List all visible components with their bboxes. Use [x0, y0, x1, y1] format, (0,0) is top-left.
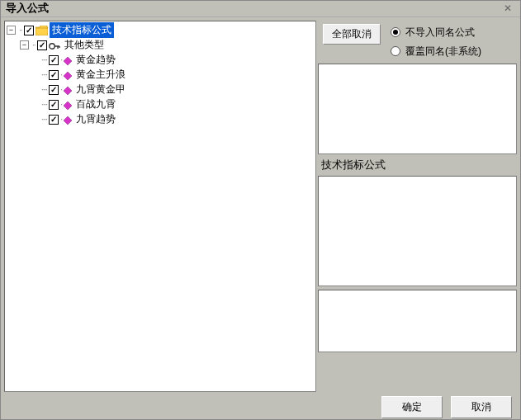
tree-connector: ····: [41, 70, 47, 79]
tree-connector: ·: [60, 70, 62, 79]
tree-panel: − ·· 技术指标公式 − ··: [4, 21, 316, 392]
dialog-footer: 确定 取消: [1, 395, 520, 419]
tree-connector: ·: [60, 100, 62, 109]
checkbox[interactable]: [49, 70, 59, 80]
close-button[interactable]: ✕: [499, 1, 517, 16]
tree-connector: ·: [60, 115, 62, 124]
diamond-icon: [64, 71, 72, 79]
tree-root-label[interactable]: 技术指标公式: [50, 22, 114, 38]
checkbox[interactable]: [49, 100, 59, 110]
radio-icon: [391, 27, 400, 37]
tree-leaf-row[interactable]: ·····九霄黄金甲: [41, 83, 314, 97]
tree-leaf-row[interactable]: ·····黄金趋势: [41, 53, 314, 68]
import-mode-group: 不导入同名公式 覆盖同名(非系统): [391, 24, 481, 59]
info-box-3: [318, 290, 517, 352]
tree-leaf-label[interactable]: 百战九霄: [73, 97, 118, 112]
tree-connector: ····: [41, 115, 47, 124]
tree-leaf-row[interactable]: ·····百战九霄: [41, 97, 314, 112]
tree-leaf-label[interactable]: 九霄趋势: [73, 111, 118, 127]
window-title: 导入公式: [6, 1, 499, 16]
cancel-button[interactable]: 取消: [451, 396, 512, 418]
close-icon: ✕: [504, 2, 512, 14]
diamond-icon: [64, 101, 72, 109]
deselect-all-button[interactable]: 全部取消: [323, 24, 381, 45]
checkbox[interactable]: [49, 115, 59, 125]
tree-connector: ··: [19, 26, 22, 35]
checkbox[interactable]: [49, 85, 59, 95]
tree-leaf-row[interactable]: ·····黄金主升浪: [41, 68, 314, 83]
tree-connector: ····: [41, 100, 47, 109]
radio-label: 覆盖同名(非系统): [405, 45, 481, 59]
tree-leaf-row[interactable]: ·····九霄趋势: [41, 112, 314, 127]
checkbox[interactable]: [49, 55, 59, 65]
right-top-controls: 全部取消 不导入同名公式 覆盖同名(非系统): [318, 21, 517, 62]
tree-category-row[interactable]: − ·· 其他类型: [20, 38, 314, 53]
radio-label: 不导入同名公式: [405, 26, 475, 40]
expand-toggle[interactable]: −: [7, 26, 16, 35]
tree-leaf-label[interactable]: 黄金趋势: [73, 52, 118, 68]
expand-toggle[interactable]: −: [20, 40, 29, 50]
tree-leaf-label[interactable]: 黄金主升浪: [73, 67, 128, 83]
tree-connector: ····: [41, 55, 47, 64]
svg-point-0: [49, 44, 54, 49]
tree-connector: ····: [41, 85, 47, 94]
titlebar: 导入公式 ✕: [1, 1, 520, 17]
radio-overwrite-duplicates[interactable]: 覆盖同名(非系统): [391, 45, 481, 59]
info-box-2: [318, 176, 517, 286]
checkbox[interactable]: [37, 40, 47, 50]
section-label: 技术指标公式: [318, 156, 517, 174]
checkbox[interactable]: [24, 26, 34, 35]
tree-root-row[interactable]: − ·· 技术指标公式: [7, 23, 314, 38]
diamond-icon: [64, 116, 72, 124]
diamond-icon: [64, 86, 72, 94]
folder-icon: [36, 26, 48, 35]
diamond-icon: [64, 56, 72, 64]
radio-icon: [391, 46, 400, 56]
tree-category-label[interactable]: 其他类型: [62, 37, 107, 53]
tree-leaf-label[interactable]: 九霄黄金甲: [73, 82, 128, 97]
ok-button[interactable]: 确定: [381, 396, 443, 418]
tree-connector: ·: [60, 85, 62, 94]
dialog-window: 导入公式 ✕ − ·· 技术指标公式: [0, 0, 521, 420]
right-panel: 全部取消 不导入同名公式 覆盖同名(非系统) 技术指标公式: [318, 21, 517, 392]
tree-connector: ·: [60, 55, 62, 64]
radio-skip-duplicates[interactable]: 不导入同名公式: [391, 26, 481, 40]
formula-tree: − ·· 技术指标公式 − ··: [7, 23, 314, 127]
key-icon: [49, 41, 60, 50]
content-area: − ·· 技术指标公式 − ··: [1, 17, 520, 395]
tree-connector: ··: [32, 40, 36, 50]
info-box-1: [318, 64, 517, 154]
